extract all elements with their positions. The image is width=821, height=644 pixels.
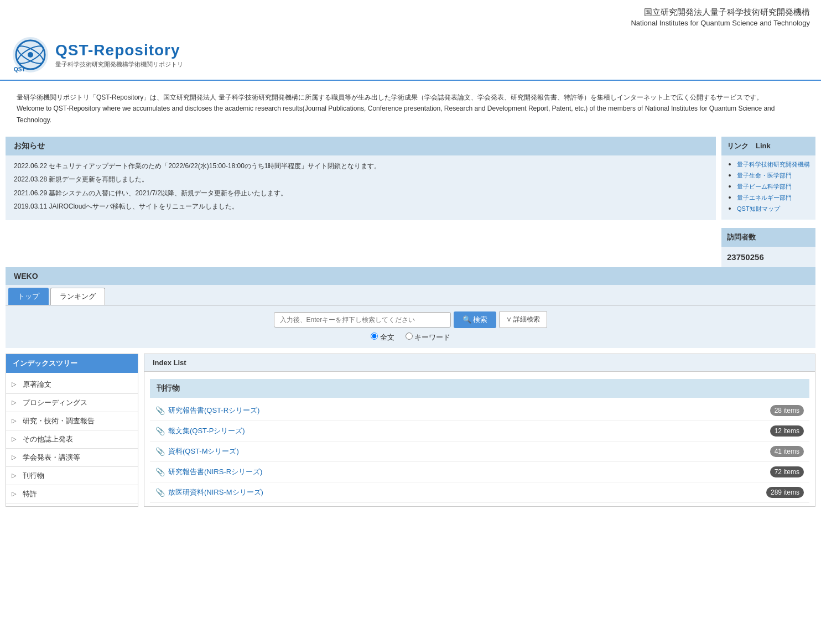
oshirase-header: お知らせ [6, 137, 716, 155]
index-row-name-0: 研究報告書(QST-Rシリーズ) [168, 406, 259, 416]
logo-area: QST QST-Repository 量子科学技術研究開発機構学術機関リポジトリ [0, 30, 821, 81]
index-badge-0: 28 items [770, 405, 804, 416]
tab-bar: トップ ランキング [6, 285, 815, 305]
tree-item-label: 研究・技術・調査報告 [23, 416, 95, 426]
link-item-3[interactable]: 量子ビーム科学部門 [737, 182, 810, 191]
index-row-left-4: 📎 放医研資料(NIRS-Mシリーズ) [155, 487, 263, 497]
index-list-header: Index List [144, 354, 815, 372]
link-item-4[interactable]: 量子エネルギー部門 [737, 193, 810, 202]
advanced-search-button[interactable]: ∨ 詳細検索 [499, 311, 547, 328]
tree-item-other[interactable]: ▷ その他誌上発表 [6, 430, 138, 449]
logo-title: QST-Repository [55, 41, 183, 59]
index-tree-header: インデックスツリー [6, 354, 138, 373]
weko-section: WEKO トップ ランキング 🔍 検索 ∨ 詳細検索 [6, 267, 815, 348]
index-badge-4: 289 items [766, 487, 804, 498]
index-row-4[interactable]: 📎 放医研資料(NIRS-Mシリーズ) 289 items [150, 482, 809, 503]
radio-keyword-text: キーワード [414, 333, 450, 341]
paperclip-icon: 📎 [155, 468, 165, 476]
link-section: リンク Link 量子科学技術研究開発機構 量子生命・医学部門 量子ビーム科学部… [721, 137, 815, 220]
tab-ranking[interactable]: ランキング [50, 288, 105, 305]
description-area: 量研学術機関リポジトリ「QST-Repository」は、国立研究開発法人 量子… [0, 81, 821, 137]
qst-logo-icon: QST [11, 35, 50, 74]
org-name-en: National Institutes for Quantum Science … [631, 19, 810, 27]
tree-item-proceedings[interactable]: ▷ プロシーディングス [6, 394, 138, 412]
tree-item-label: プロシーディングス [23, 398, 87, 408]
link-section-body: 量子科学技術研究開発機構 量子生命・医学部門 量子ビーム科学部門 量子エネルギー… [721, 155, 815, 220]
svg-point-4 [28, 52, 33, 58]
tree-item-label: その他誌上発表 [23, 434, 73, 444]
index-row-name-3: 研究報告書(NIRS-Rシリーズ) [168, 467, 262, 477]
search-radio-group: 全文 キーワード [17, 333, 804, 342]
search-button[interactable]: 🔍 検索 [454, 311, 497, 328]
index-badge-2: 41 items [770, 446, 804, 457]
paperclip-icon: 📎 [155, 447, 165, 456]
oshirase-item-3: 2021.06.29 基幹システムの入替に伴い、2021/7/2以降、新規データ… [14, 188, 708, 199]
index-tree-body: ▷ 原著論文 ▷ プロシーディングス ▷ 研究・技術・調査報告 ▷ その他誌上発… [6, 373, 138, 506]
tree-arrow-icon: ▷ [12, 490, 19, 498]
bottom-area: インデックスツリー ▷ 原著論文 ▷ プロシーディングス ▷ 研究・技術・調査報… [0, 354, 821, 518]
visitor-count: 23750256 [721, 247, 815, 267]
index-list-section-title: 刊行物 [150, 379, 809, 398]
weko-body: トップ ランキング 🔍 検索 ∨ 詳細検索 全文 [6, 285, 815, 348]
tree-arrow-icon: ▷ [12, 454, 19, 461]
index-list-body: 刊行物 📎 研究報告書(QST-Rシリーズ) 28 items 📎 報文集(QS… [144, 372, 815, 506]
paperclip-icon: 📎 [155, 406, 165, 415]
paperclip-icon: 📎 [155, 488, 165, 497]
description-en: Welcome to QST-Repository where we accum… [17, 103, 804, 126]
radio-keyword-label[interactable]: キーワード [406, 333, 451, 342]
index-row-left-0: 📎 研究報告書(QST-Rシリーズ) [155, 406, 259, 416]
index-row-name-4: 放医研資料(NIRS-Mシリーズ) [168, 487, 263, 497]
index-row-1[interactable]: 📎 報文集(QST-Pシリーズ) 12 items [150, 421, 809, 442]
oshirase-item-2: 2022.03.28 新規データ更新を再開しました。 [14, 174, 708, 185]
tree-arrow-icon: ▷ [12, 381, 19, 388]
index-row-name-1: 報文集(QST-Pシリーズ) [168, 426, 245, 436]
org-name-jp: 国立研究開発法人量子科学技術研究開発機構 [631, 6, 810, 19]
weko-header: WEKO [6, 267, 815, 285]
tree-item-research[interactable]: ▷ 研究・技術・調査報告 [6, 412, 138, 430]
index-row-left-3: 📎 研究報告書(NIRS-Rシリーズ) [155, 467, 262, 477]
logo-subtitle: 量子科学技術研究開発機構学術機関リポジトリ [55, 60, 183, 69]
tree-item-publications[interactable]: ▷ 刊行物 [6, 467, 138, 485]
index-row-0[interactable]: 📎 研究報告書(QST-Rシリーズ) 28 items [150, 401, 809, 421]
tree-item-label: 学会発表・講演等 [23, 453, 80, 463]
svg-text:QST: QST [14, 66, 25, 72]
index-row-2[interactable]: 📎 資料(QST-Mシリーズ) 41 items [150, 442, 809, 462]
tree-arrow-icon: ▷ [12, 399, 19, 407]
tree-item-patent[interactable]: ▷ 特許 [6, 485, 138, 503]
radio-fulltext[interactable] [371, 333, 378, 340]
search-area: 🔍 検索 ∨ 詳細検索 全文 キーワード [6, 305, 815, 348]
search-row: 🔍 検索 ∨ 詳細検索 [17, 311, 804, 328]
tree-arrow-icon: ▷ [12, 417, 19, 425]
tree-arrow-icon: ▷ [12, 435, 19, 443]
link-item-5[interactable]: QST知財マップ [737, 204, 810, 213]
visitor-header: 訪問者数 [721, 228, 815, 247]
index-badge-1: 12 items [770, 425, 804, 437]
link-item-2[interactable]: 量子生命・医学部門 [737, 171, 810, 180]
tab-top[interactable]: トップ [8, 288, 49, 305]
oshirase-item-1: 2022.06.22 セキュリティアップデート作業のため「2022/6/22(水… [14, 161, 708, 172]
index-list-area: Index List 刊行物 📎 研究報告書(QST-Rシリーズ) 28 ite… [144, 354, 815, 507]
radio-keyword[interactable] [406, 333, 413, 340]
tree-item-conference[interactable]: ▷ 学会発表・講演等 [6, 449, 138, 467]
oshirase-body: 2022.06.22 セキュリティアップデート作業のため「2022/6/22(水… [6, 155, 716, 220]
link-item-1[interactable]: 量子科学技術研究開発機構 [737, 160, 810, 169]
tree-item-genchoro[interactable]: ▷ 原著論文 [6, 376, 138, 394]
tree-item-label: 原著論文 [23, 380, 51, 389]
oshirase-section: お知らせ 2022.06.22 セキュリティアップデート作業のため「2022/6… [6, 137, 716, 220]
index-badge-3: 72 items [770, 466, 804, 477]
tree-item-label: 特許 [23, 489, 37, 499]
index-tree: インデックスツリー ▷ 原著論文 ▷ プロシーディングス ▷ 研究・技術・調査報… [6, 354, 138, 507]
index-row-left-2: 📎 資料(QST-Mシリーズ) [155, 446, 239, 456]
search-input[interactable] [274, 312, 451, 328]
index-row-left-1: 📎 報文集(QST-Pシリーズ) [155, 426, 245, 436]
description-jp: 量研学術機関リポジトリ「QST-Repository」は、国立研究開発法人 量子… [17, 92, 804, 103]
radio-fulltext-text: 全文 [380, 333, 394, 341]
index-row-name-2: 資料(QST-Mシリーズ) [168, 446, 239, 456]
index-row-3[interactable]: 📎 研究報告書(NIRS-Rシリーズ) 72 items [150, 462, 809, 482]
paperclip-icon: 📎 [155, 427, 165, 435]
tree-arrow-icon: ▷ [12, 472, 19, 480]
radio-fulltext-label[interactable]: 全文 [371, 333, 394, 342]
visitor-section: 訪問者数 23750256 [721, 228, 815, 267]
oshirase-item-4: 2019.03.11 JAIROCloudへサーバ移転し、サイトをリニューアルし… [14, 201, 708, 212]
tree-item-label: 刊行物 [23, 471, 44, 481]
